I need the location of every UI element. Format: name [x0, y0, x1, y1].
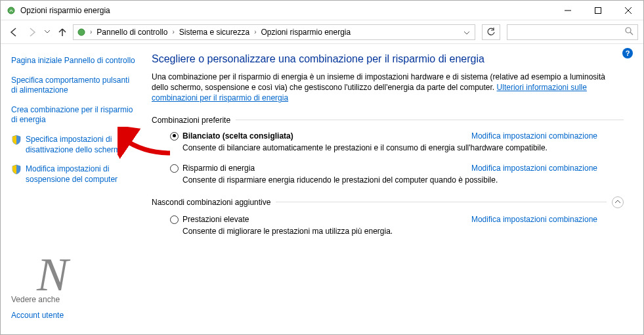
see-also-header: Vedere anche	[11, 295, 137, 304]
svg-point-5	[78, 29, 85, 35]
sidebar-link-display[interactable]: Specifica impostazioni di disattivazione…	[11, 135, 137, 155]
content-area: Pagina iniziale Pannello di controllo Sp…	[1, 44, 643, 334]
chevron-right-icon: ›	[88, 28, 94, 35]
divider	[276, 202, 607, 202]
divider	[236, 120, 624, 120]
svg-point-0	[8, 7, 14, 14]
plan-name[interactable]: Prestazioni elevate	[182, 215, 249, 224]
section-title: Nascondi combinazioni aggiuntive	[152, 198, 270, 207]
radio-saver[interactable]	[170, 164, 179, 173]
window-title: Opzioni risparmio energia	[20, 6, 553, 15]
breadcrumb-item[interactable]: Pannello di controllo	[95, 28, 169, 37]
sidebar-link-create[interactable]: Crea combinazione per il risparmio di en…	[11, 105, 137, 125]
address-icon	[76, 27, 87, 37]
svg-rect-2	[595, 7, 601, 13]
search-icon	[624, 26, 633, 37]
svg-point-6	[626, 28, 631, 33]
change-plan-link[interactable]: Modifica impostazioni combinazione	[471, 131, 597, 141]
titlebar: Opzioni risparmio energia	[1, 1, 643, 20]
plan-saver-row: Risparmio di energia Modifica impostazio…	[170, 164, 624, 173]
change-plan-link[interactable]: Modifica impostazioni combinazione	[471, 215, 597, 224]
refresh-button[interactable]	[482, 24, 500, 40]
plan-description: Consente di bilanciare automaticamente l…	[182, 143, 624, 154]
main-panel: ? Scegliere o personalizzare una combina…	[145, 44, 643, 334]
sidebar-link-sleep[interactable]: Modifica impostazioni di sospensione del…	[11, 164, 137, 185]
preferred-plans-section: Combinazioni preferite Bilanciato (scelt…	[152, 116, 624, 186]
additional-plans-section: Nascondi combinazioni aggiuntive Prestaz…	[152, 196, 624, 237]
help-icon[interactable]: ?	[622, 48, 633, 58]
up-button[interactable]	[54, 24, 70, 40]
close-button[interactable]	[613, 1, 643, 20]
back-button[interactable]	[6, 24, 22, 40]
sidebar: Pagina iniziale Pannello di controllo Sp…	[1, 44, 145, 334]
history-dropdown[interactable]	[43, 24, 52, 40]
plan-description: Consente di migliorare le prestazioni ma…	[182, 227, 624, 237]
breadcrumb-item[interactable]: Sistema e sicurezza	[178, 28, 251, 37]
plan-name[interactable]: Risparmio di energia	[182, 164, 255, 173]
plan-description: Consente di risparmiare energia riducend…	[182, 175, 624, 186]
sidebar-link-account[interactable]: Account utente	[11, 311, 137, 321]
breadcrumb-item[interactable]: Opzioni risparmio energia	[259, 28, 352, 37]
address-dropdown[interactable]	[462, 28, 472, 37]
address-bar[interactable]: › Pannello di controllo › Sistema e sicu…	[73, 24, 475, 40]
nav-bar: › Pannello di controllo › Sistema e sicu…	[1, 20, 643, 44]
plan-high-row: Prestazioni elevate Modifica impostazion…	[170, 215, 624, 224]
forward-button[interactable]	[24, 24, 40, 40]
page-description: Una combinazione per il risparmio di ene…	[152, 72, 624, 104]
radio-high[interactable]	[170, 215, 179, 224]
maximize-button[interactable]	[583, 1, 613, 20]
app-icon	[6, 5, 16, 16]
search-input[interactable]	[507, 24, 638, 40]
shield-icon	[11, 164, 22, 175]
window-controls	[553, 1, 643, 20]
radio-balanced[interactable]	[170, 132, 179, 141]
svg-line-7	[630, 32, 633, 35]
section-title: Combinazioni preferite	[152, 116, 230, 125]
plan-name[interactable]: Bilanciato (scelta consigliata)	[182, 131, 293, 141]
chevron-right-icon: ›	[170, 28, 176, 35]
collapse-button[interactable]	[612, 196, 624, 208]
chevron-right-icon: ›	[252, 28, 258, 35]
sidebar-link-buttons[interactable]: Specifica comportamento pulsanti di alim…	[11, 76, 137, 96]
shield-icon	[11, 135, 22, 145]
sidebar-link-home[interactable]: Pagina iniziale Pannello di controllo	[11, 56, 137, 66]
page-title: Scegliere o personalizzare una combinazi…	[152, 53, 624, 65]
minimize-button[interactable]	[553, 1, 583, 20]
plan-balanced-row: Bilanciato (scelta consigliata) Modifica…	[170, 131, 624, 141]
change-plan-link[interactable]: Modifica impostazioni combinazione	[471, 164, 597, 173]
